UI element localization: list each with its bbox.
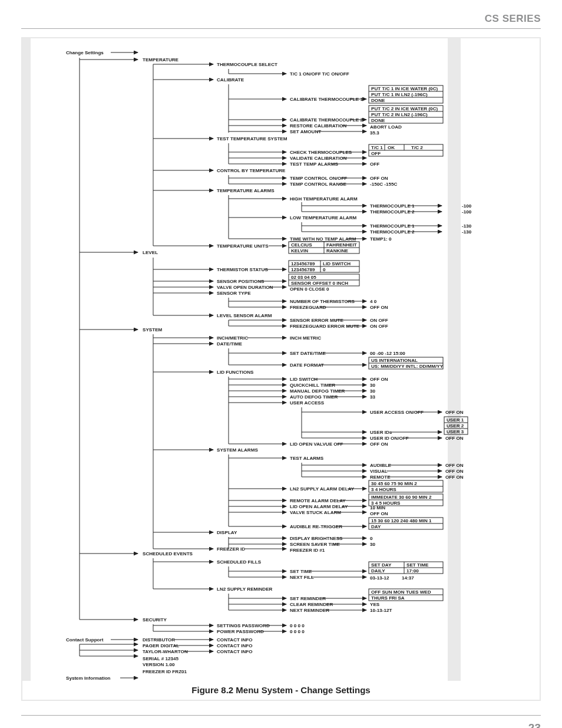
svg-text:USER ACCESS ON/OFF: USER ACCESS ON/OFF xyxy=(370,410,424,415)
svg-text:OPEN   0        CLOSE   0: OPEN 0 CLOSE 0 xyxy=(290,286,329,292)
svg-text:10 MIN: 10 MIN xyxy=(370,505,385,510)
svg-text:LEVEL SENSOR ALARM: LEVEL SENSOR ALARM xyxy=(217,313,272,318)
svg-text:SCREEN SAVER TIME: SCREEN SAVER TIME xyxy=(290,542,340,547)
svg-text:-130: -130 xyxy=(462,229,472,235)
svg-text:FREEZER ID: FREEZER ID xyxy=(217,546,245,552)
svg-text:0: 0 xyxy=(323,267,326,272)
svg-text:AUTO DEFOG TIMER: AUTO DEFOG TIMER xyxy=(290,394,338,400)
svg-text:LN2 SUPPLY REMINDER: LN2 SUPPLY REMINDER xyxy=(217,587,273,592)
svg-text:PAGER DIGITAL: PAGER DIGITAL xyxy=(143,643,179,648)
svg-text:FAHRENHEIT: FAHRENHEIT xyxy=(326,242,357,248)
svg-text:TEMPERATURE: TEMPERATURE xyxy=(143,57,179,62)
svg-text:SET TIME: SET TIME xyxy=(406,562,429,568)
svg-text:YES: YES xyxy=(370,602,380,607)
svg-text:USER IDs: USER IDs xyxy=(370,430,392,435)
svg-text:LID OPEN ALARM DELAY: LID OPEN ALARM DELAY xyxy=(290,504,348,509)
svg-text:DAILY: DAILY xyxy=(371,568,385,574)
svg-text:THERMISTOR STATUS: THERMISTOR STATUS xyxy=(217,267,268,272)
svg-text:IMMEDIATE 30 60 90 MIN    2: IMMEDIATE 30 60 90 MIN 2 xyxy=(371,495,432,500)
svg-text:OFF ON: OFF ON xyxy=(370,176,388,181)
svg-text:DISPLAY BRIGHTNESS: DISPLAY BRIGHTNESS xyxy=(290,536,343,541)
svg-text:02   03   04   05: 02 03 04 05 xyxy=(291,275,316,280)
svg-text:DISPLAY: DISPLAY xyxy=(217,530,237,535)
svg-text:REMOTE: REMOTE xyxy=(370,475,391,480)
svg-rect-0 xyxy=(22,38,31,681)
svg-text:-150C     -155C: -150C -155C xyxy=(370,182,397,187)
svg-text:OFF ON: OFF ON xyxy=(370,511,388,516)
svg-text:T/C 1 ON/OFF  T/C ON/OFF: T/C 1 ON/OFF T/C ON/OFF xyxy=(290,71,349,77)
svg-text:LN2 SUPPLY ALARM DELAY: LN2 SUPPLY ALARM DELAY xyxy=(290,486,355,492)
svg-text:LID FUNCTIONS: LID FUNCTIONS xyxy=(217,370,254,375)
svg-text:SET AMOUNT: SET AMOUNT xyxy=(290,129,321,134)
svg-text:DONE: DONE xyxy=(371,98,385,103)
svg-text:USER 1: USER 1 xyxy=(447,417,464,423)
svg-text:Contact Support: Contact Support xyxy=(66,637,104,643)
svg-text:VERSION 1.00: VERSION 1.00 xyxy=(143,662,175,667)
svg-text:VALIDATE CALIBRATION: VALIDATE CALIBRATION xyxy=(290,156,347,161)
svg-text:OFF ON: OFF ON xyxy=(445,469,464,474)
svg-text:TEMPERATURE ALARMS: TEMPERATURE ALARMS xyxy=(217,188,275,193)
svg-text:OK: OK xyxy=(388,145,395,150)
svg-text:TEMPERATURE UNITS: TEMPERATURE UNITS xyxy=(217,243,269,249)
svg-text:DAY: DAY xyxy=(371,524,381,529)
svg-text:DONE: DONE xyxy=(371,118,385,123)
svg-text:-130: -130 xyxy=(462,223,472,229)
svg-text:USER ACCESS: USER ACCESS xyxy=(290,400,325,406)
svg-text:03-13-12: 03-13-12 xyxy=(370,575,389,581)
svg-text:CELCIUS: CELCIUS xyxy=(291,242,312,248)
svg-text:OFF ON: OFF ON xyxy=(370,442,388,447)
svg-text:ABORT LOAD: ABORT LOAD xyxy=(370,124,402,130)
svg-text:OFF ON: OFF ON xyxy=(370,377,388,382)
svg-text:SET DAY: SET DAY xyxy=(371,562,392,568)
svg-text:SETTINGS PASSWORD: SETTINGS PASSWORD xyxy=(217,623,270,628)
svg-text:SENSOR POSITIONS: SENSOR POSITIONS xyxy=(217,279,265,284)
svg-text:TIME WITH NO TEMP ALARM: TIME WITH NO TEMP ALARM xyxy=(290,236,356,242)
svg-text:PUT T/C 1 IN LN2 (-196C): PUT T/C 1 IN LN2 (-196C) xyxy=(371,92,428,97)
svg-text:3 4  HOURS: 3 4 HOURS xyxy=(371,487,396,492)
svg-text:33: 33 xyxy=(370,394,376,400)
svg-text:NEXT FILL: NEXT FILL xyxy=(290,575,314,580)
svg-text:TEMP CONTROL RANGE: TEMP CONTROL RANGE xyxy=(290,182,347,187)
svg-text:123456789: 123456789 xyxy=(291,261,315,266)
svg-text:LOW TEMPERATURE ALARM: LOW TEMPERATURE ALARM xyxy=(290,215,357,220)
svg-text:KELVIN: KELVIN xyxy=(291,248,308,253)
svg-text:SET DATE/TIME: SET DATE/TIME xyxy=(290,351,326,356)
svg-text:VALVE OPEN DURATION: VALVE OPEN DURATION xyxy=(217,285,273,290)
svg-text:SENSOR OFFSET   0 INCH: SENSOR OFFSET 0 INCH xyxy=(291,281,348,286)
svg-text:35.3: 35.3 xyxy=(370,130,379,136)
page-number: 23 xyxy=(21,722,541,728)
svg-text:USER 2: USER 2 xyxy=(447,423,464,429)
svg-text:123456789: 123456789 xyxy=(291,267,315,272)
svg-text:CALIBRATE: CALIBRATE xyxy=(217,77,244,83)
svg-text:-100: -100 xyxy=(462,203,472,209)
page-header: CS SERIES xyxy=(21,13,541,25)
svg-text:17:00: 17:00 xyxy=(406,568,419,574)
svg-text:PUT T/C 1 IN ICE WATER (0C): PUT T/C 1 IN ICE WATER (0C) xyxy=(371,86,438,91)
svg-text:AUDIBLE: AUDIBLE xyxy=(370,463,392,468)
rule-top xyxy=(21,28,541,29)
svg-text:CONTACT INFO: CONTACT INFO xyxy=(217,643,253,648)
svg-text:DATE/TIME: DATE/TIME xyxy=(217,341,243,347)
svg-text:LID OPEN VALVUE OFF: LID OPEN VALVUE OFF xyxy=(290,442,343,447)
svg-text:TEST ALARMS: TEST ALARMS xyxy=(290,456,324,461)
svg-text:-100: -100 xyxy=(462,209,472,215)
figure-caption: Figure 8.2 Menu System - Change Settings xyxy=(22,685,540,695)
svg-text:FREEZER ID   FRZ01: FREEZER ID FRZ01 xyxy=(143,669,187,674)
svg-text:14:37: 14:37 xyxy=(402,575,414,581)
svg-text:OFF ON: OFF ON xyxy=(445,436,464,441)
svg-text:POWER PASSWORD: POWER PASSWORD xyxy=(217,629,264,634)
svg-text:PUT T/C 2 IN LN2 (-196C): PUT T/C 2 IN LN2 (-196C) xyxy=(371,112,428,117)
svg-text:TEST TEMPERATURE SYSTEM: TEST TEMPERATURE SYSTEM xyxy=(217,136,287,141)
svg-text:INCH/METRIC: INCH/METRIC xyxy=(217,335,248,341)
svg-text:30: 30 xyxy=(370,388,376,394)
svg-text:10-13-12T: 10-13-12T xyxy=(370,608,392,613)
svg-text:SET REMINDER: SET REMINDER xyxy=(290,596,326,601)
svg-text:NEXT REMINDER: NEXT REMINDER xyxy=(290,608,329,613)
svg-text:SCHEDULED EVENTS: SCHEDULED EVENTS xyxy=(143,551,193,556)
svg-text:SYSTEM: SYSTEM xyxy=(143,327,163,332)
svg-text:PUT T/C 2 IN ICE WATER (0C): PUT T/C 2 IN ICE WATER (0C) xyxy=(371,106,438,111)
svg-text:DATE FORMAT: DATE FORMAT xyxy=(290,363,324,368)
svg-text:T/C 2: T/C 2 xyxy=(411,145,423,150)
svg-text:RANKINE: RANKINE xyxy=(326,248,348,253)
svg-text:HIGH TEMPERATURE ALARM: HIGH TEMPERATURE ALARM xyxy=(290,196,358,202)
